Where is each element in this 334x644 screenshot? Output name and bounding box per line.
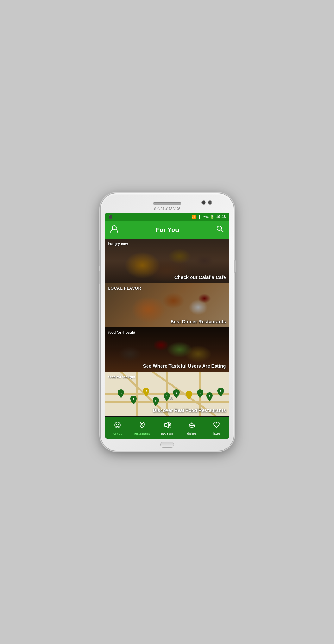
nav-item-shout-out[interactable]: shout out [154, 421, 179, 436]
card-food-thought-eating[interactable]: food for thought See Where Tasteful User… [105, 327, 229, 372]
for-you-icon [114, 421, 121, 431]
svg-line-27 [170, 423, 171, 424]
card2-title: Best Dinner Restaurants [170, 319, 226, 324]
volume-button-2 [99, 271, 100, 284]
profile-icon[interactable] [110, 225, 118, 235]
svg-line-28 [170, 427, 170, 428]
nav-item-faves[interactable]: faves [204, 421, 229, 435]
shout-out-icon [163, 421, 172, 431]
faves-icon [213, 421, 220, 431]
nav-label-for-you: for you [112, 432, 122, 435]
brand-label: SAMSUNG [153, 206, 181, 211]
nav-item-for-you[interactable]: for you [105, 421, 130, 435]
svg-point-31 [191, 422, 192, 423]
card3-category: food for thought [108, 331, 135, 334]
svg-text:t: t [220, 390, 221, 393]
svg-point-23 [116, 424, 117, 425]
svg-point-24 [118, 424, 119, 425]
svg-line-26 [169, 422, 170, 422]
card2-category: LOCAL FLAVOR [108, 286, 142, 291]
restaurants-icon [138, 421, 146, 431]
svg-point-25 [141, 423, 143, 425]
nav-item-dishes[interactable]: dishes [180, 421, 204, 435]
nav-item-restaurants[interactable]: restaurants [130, 421, 154, 435]
svg-text:t: t [146, 390, 147, 393]
card-discover-restaurants[interactable]: 3rd St t t [105, 372, 229, 416]
svg-text:t: t [176, 391, 177, 394]
card-hungry-now[interactable]: hungry now Check out Calafia Cafe [105, 239, 229, 283]
time-label: 19:13 [216, 215, 226, 219]
svg-line-2 [221, 230, 223, 232]
card4-title: Discover Real Food Restaurants [153, 408, 226, 413]
card3-title: See Where Tasteful Users Are Eating [143, 363, 226, 369]
status-left: ⬛ [108, 215, 113, 219]
search-icon[interactable] [216, 225, 224, 235]
svg-text:t: t [133, 397, 134, 401]
card4-category: food for thought [108, 375, 135, 379]
svg-point-29 [189, 425, 195, 427]
svg-text:t: t [199, 391, 200, 394]
phone-device: SAMSUNG ⬛ 📶 ▐ 98% 🔋 19:13 [101, 193, 234, 451]
svg-text:t: t [188, 393, 189, 396]
nav-label-shout-out: shout out [161, 432, 173, 436]
wifi-icon: 📶 [191, 215, 196, 219]
volume-button-1 [99, 250, 100, 266]
battery-icon: 🔋 [210, 215, 215, 219]
camera-right [208, 200, 212, 205]
status-right: 📶 ▐ 98% 🔋 19:13 [191, 215, 226, 219]
card1-category: hungry now [108, 242, 128, 246]
nav-label-restaurants: restaurants [134, 432, 150, 435]
status-bar: ⬛ 📶 ▐ 98% 🔋 19:13 [105, 213, 229, 221]
battery-label: 98% [202, 215, 209, 219]
nav-label-dishes: dishes [187, 432, 196, 435]
camera-left [201, 200, 206, 205]
nav-label-faves: faves [213, 432, 220, 435]
svg-text:t: t [166, 394, 167, 397]
phone-screen: ⬛ 📶 ▐ 98% 🔋 19:13 For You [105, 213, 229, 439]
svg-text:t: t [155, 399, 156, 402]
svg-text:t: t [120, 391, 121, 394]
card1-title: Check out Calafia Cafe [174, 274, 226, 280]
content-area: hungry now Check out Calafia Cafe LOCAL … [105, 239, 229, 417]
power-button [234, 260, 236, 273]
dishes-icon [188, 421, 196, 431]
home-button[interactable] [160, 442, 174, 448]
card-local-flavor[interactable]: LOCAL FLAVOR Best Dinner Restaurants [105, 283, 229, 327]
header-title: For You [156, 226, 179, 234]
bottom-nav: for you restaurants [105, 417, 229, 439]
svg-point-22 [115, 422, 120, 428]
svg-text:t: t [209, 394, 210, 397]
app-header: For You [105, 221, 229, 239]
status-image-icon: ⬛ [108, 215, 113, 219]
signal-icon: ▐ [198, 215, 200, 219]
